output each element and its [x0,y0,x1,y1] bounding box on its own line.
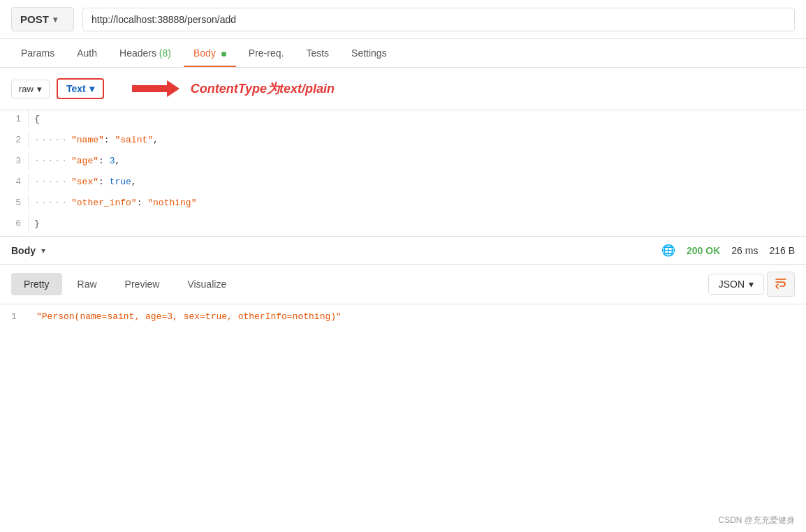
tab-body[interactable]: Body [184,39,236,67]
url-bar: POST ▾ [0,0,806,39]
annotation-area: ContentType为text/plain [125,75,335,103]
text-type-dropdown[interactable]: Text ▾ [57,78,104,99]
response-tabs: Pretty Raw Preview Visualize JSON ▾ [0,265,806,304]
svg-marker-0 [132,80,179,97]
response-label: Body [11,245,36,256]
code-line-1: 1 { [0,110,806,131]
code-line-6: 6 } [0,215,806,236]
text-chevron: ▾ [89,83,94,94]
body-dot [221,52,226,57]
tab-params[interactable]: Params [11,39,64,67]
raw-label: raw [19,84,34,94]
resp-tab-visualize[interactable]: Visualize [175,273,239,295]
annotation-text: ContentType为text/plain [191,80,335,97]
resp-format-dropdown[interactable]: JSON ▾ [708,274,764,295]
raw-chevron: ▾ [37,84,42,94]
resp-format-label: JSON [719,279,745,290]
tab-tests[interactable]: Tests [296,39,339,67]
tab-auth[interactable]: Auth [67,39,107,67]
globe-icon[interactable]: 🌐 [661,244,675,257]
url-input[interactable] [82,8,795,31]
wrap-icon [775,276,787,289]
resp-format-chevron: ▾ [749,279,754,290]
response-meta: 🌐 200 OK 26 ms 216 B [661,244,795,257]
method-label: POST [20,13,49,25]
raw-dropdown[interactable]: raw ▾ [11,80,50,98]
tab-headers[interactable]: Headers (8) [110,39,181,67]
resp-tab-raw[interactable]: Raw [65,273,110,295]
method-chevron: ▾ [53,15,57,24]
resp-tab-preview[interactable]: Preview [112,273,173,295]
response-time: 26 ms [731,245,758,256]
wrap-button[interactable] [767,272,795,297]
tabs-bar: Params Auth Headers (8) Body Pre-req. Te… [0,39,806,68]
resp-line-content: "Person(name=saint, age=3, sex=true, oth… [36,311,342,322]
tab-prereq[interactable]: Pre-req. [239,39,294,67]
text-label: Text [66,83,86,94]
red-arrow-icon [125,75,181,103]
response-header: Body ▾ 🌐 200 OK 26 ms 216 B [0,237,806,265]
status-badge: 200 OK [687,245,720,256]
response-body: 1 "Person(name=saint, age=3, sex=true, o… [0,304,806,329]
method-selector[interactable]: POST ▾ [11,7,74,31]
resp-line-1: 1 "Person(name=saint, age=3, sex=true, o… [11,311,795,322]
code-line-3: 3 ·····"age": 3, [0,152,806,173]
code-line-4: 4 ·····"sex": true, [0,173,806,194]
code-line-5: 5 ·····"other_info": "nothing" [0,194,806,215]
code-editor[interactable]: 1 { 2 ·····"name": "saint", 3 ·····"age"… [0,110,806,237]
resp-tab-pretty[interactable]: Pretty [11,273,62,295]
body-toolbar: raw ▾ Text ▾ ContentType为text/plain [0,68,806,110]
tab-settings[interactable]: Settings [342,39,397,67]
code-line-2: 2 ·····"name": "saint", [0,131,806,152]
response-chevron[interactable]: ▾ [41,246,45,256]
response-size: 216 B [769,245,795,256]
resp-line-num: 1 [11,311,25,322]
